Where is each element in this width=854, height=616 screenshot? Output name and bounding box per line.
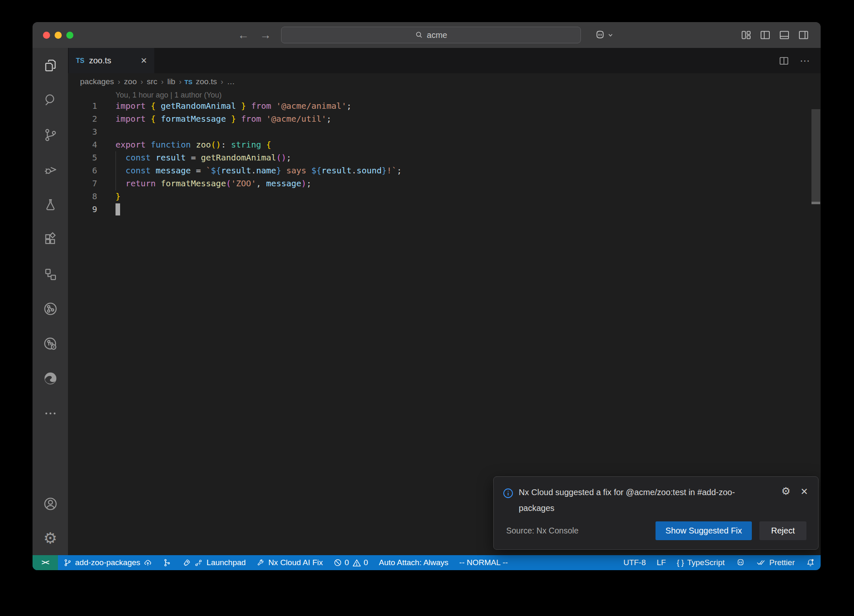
navigate-back-icon[interactable]: ← [238, 29, 249, 42]
token: result [221, 165, 251, 175]
search-icon[interactable] [33, 83, 68, 118]
nx-cloud-icon[interactable] [33, 326, 68, 361]
navigate-forward-icon[interactable]: → [260, 29, 271, 42]
toggle-primary-sidebar-icon[interactable] [759, 29, 771, 41]
code-text: import { formatMessage } from '@acme/uti… [116, 113, 332, 125]
breadcrumb-overflow[interactable]: … [227, 77, 235, 86]
close-window-button[interactable] [43, 32, 50, 39]
language-label: TypeScript [687, 558, 725, 567]
token: { [151, 101, 156, 111]
nx-pipeline-item[interactable] [158, 555, 177, 570]
scrollbar-thumb[interactable] [811, 109, 820, 203]
token: '@acme/animal' [276, 101, 347, 111]
code-line-5[interactable]: 5 const result = getRandomAnimal(); [68, 151, 808, 164]
token [146, 140, 151, 150]
problems-item[interactable]: 0 0 [328, 555, 373, 570]
tab-close-icon[interactable]: ✕ [141, 56, 147, 65]
line-number-9[interactable]: 9 [68, 203, 97, 216]
remote-explorer-icon[interactable] [33, 257, 68, 292]
show-suggested-fix-button[interactable]: Show Suggested Fix [656, 521, 752, 540]
notification-settings-icon[interactable]: ⚙ [781, 486, 791, 496]
token: ( [276, 153, 281, 163]
breadcrumb-item-lib[interactable]: lib [167, 77, 175, 86]
auto-attach-item[interactable]: Auto Attach: Always [373, 555, 454, 570]
code-line-2[interactable]: 2import { formatMessage } from '@acme/ut… [68, 113, 808, 125]
command-center-search[interactable]: acme [281, 27, 581, 43]
notification-message: Nx Cloud suggested a fix for @acme/zoo:t… [519, 484, 753, 516]
additional-views-icon[interactable] [33, 396, 68, 431]
encoding-item[interactable]: UTF-8 [618, 555, 651, 570]
token: message [266, 178, 301, 188]
minimize-window-button[interactable] [55, 32, 62, 39]
token: '@acme/util' [266, 114, 327, 124]
notifications-item[interactable] [800, 555, 821, 570]
token [146, 114, 151, 124]
line-number-4[interactable]: 4 [68, 138, 97, 151]
toggle-secondary-sidebar-icon[interactable] [797, 29, 810, 41]
git-branch-item[interactable]: add-zoo-packages [58, 555, 158, 570]
line-number-2[interactable]: 2 [68, 113, 97, 125]
accounts-icon[interactable] [33, 487, 68, 521]
line-number-1[interactable]: 1 [68, 100, 97, 113]
copilot-status-item[interactable] [730, 555, 751, 570]
breadcrumb-separator-icon: › [221, 78, 223, 86]
token: return [126, 178, 156, 188]
token: { [266, 140, 271, 150]
split-editor-icon[interactable] [778, 55, 790, 67]
microsoft-edge-icon[interactable] [33, 361, 68, 396]
code-line-8[interactable]: 8} [68, 190, 808, 203]
error-count: 0 [344, 558, 349, 567]
line-number-6[interactable]: 6 [68, 164, 97, 177]
line-number-8[interactable]: 8 [68, 190, 97, 203]
remote-indicator[interactable]: >< [33, 555, 58, 570]
token: name [256, 165, 276, 175]
token: zoo [196, 140, 211, 150]
code-line-1[interactable]: 1import { getRandomAnimal } from '@acme/… [68, 100, 808, 113]
customize-layout-icon[interactable] [740, 29, 752, 41]
code-line-6[interactable]: 6 const message = `${result.name} says $… [68, 164, 808, 177]
nx-cloud-ai-fix-label: Nx Cloud AI Fix [268, 558, 323, 567]
tab-zoo-ts[interactable]: TS zoo.ts ✕ [69, 48, 154, 73]
run-and-debug-icon[interactable] [33, 153, 68, 188]
breadcrumb-item-zoo-ts[interactable]: zoo.ts [196, 77, 217, 86]
nx-cloud-ai-fix-item[interactable]: Nx Cloud AI Fix [251, 555, 328, 570]
search-value: acme [427, 30, 447, 40]
token: ( [211, 140, 216, 150]
rocket-icon [182, 558, 191, 567]
explorer-icon[interactable] [33, 48, 68, 83]
nx-console-icon[interactable] [33, 292, 68, 327]
maximize-window-button[interactable] [66, 32, 73, 39]
line-number-7[interactable]: 7 [68, 177, 97, 190]
eol-item[interactable]: LF [651, 555, 671, 570]
code-line-4[interactable]: 4export function zoo(): string { [68, 138, 808, 151]
manage-settings-icon[interactable]: ⚙ [33, 521, 68, 555]
toggle-panel-icon[interactable] [778, 29, 791, 41]
token [116, 153, 126, 163]
bell-icon [806, 558, 815, 568]
copilot-menu[interactable] [594, 22, 613, 48]
code-line-7[interactable]: 7 return formatMessage('ZOO', message); [68, 177, 808, 190]
plug-icon [194, 558, 203, 567]
breadcrumb-item-packages[interactable]: packages [80, 77, 114, 86]
token: ) [216, 140, 221, 150]
language-mode-item[interactable]: { } TypeScript [671, 555, 730, 570]
source-control-icon[interactable] [33, 118, 68, 153]
token: import [116, 101, 146, 111]
code-line-9[interactable]: 9 [68, 203, 808, 216]
breadcrumb-item-zoo[interactable]: zoo [124, 77, 137, 86]
extensions-icon[interactable] [33, 222, 68, 257]
line-number-5[interactable]: 5 [68, 151, 97, 164]
testing-icon[interactable] [33, 187, 68, 222]
launchpad-item[interactable]: Launchpad [177, 555, 251, 570]
breadcrumb-item-src[interactable]: src [147, 77, 157, 86]
reject-button[interactable]: Reject [759, 521, 806, 540]
formatter-item[interactable]: Prettier [751, 555, 800, 570]
token: } [241, 101, 246, 111]
line-number-3[interactable]: 3 [68, 125, 97, 138]
copilot-icon [594, 29, 606, 41]
eol-label: LF [657, 558, 666, 567]
vim-mode-item[interactable]: -- NORMAL -- [454, 555, 513, 570]
code-line-3[interactable]: 3 [68, 125, 808, 138]
notification-close-icon[interactable]: ✕ [801, 486, 808, 497]
tab-label: zoo.ts [89, 56, 111, 65]
